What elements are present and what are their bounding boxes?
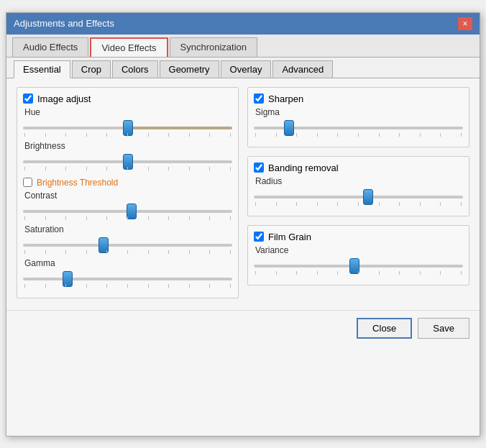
image-adjust-checkbox[interactable] <box>23 93 33 104</box>
close-icon[interactable]: × <box>458 17 472 30</box>
variance-slider[interactable] <box>254 265 463 268</box>
save-button[interactable]: Save <box>418 318 469 339</box>
sigma-slider-row: Sigma <box>254 107 463 138</box>
image-adjust-label: Image adjust <box>37 93 91 104</box>
sharpen-checkbox[interactable] <box>254 93 264 104</box>
sub-tab-essential[interactable]: Essential <box>14 60 70 78</box>
left-panel: Image adjust Hue Brightness <box>17 87 239 301</box>
gamma-label: Gamma <box>23 258 232 268</box>
right-panel: Sharpen Sigma Banding removal <box>247 87 469 301</box>
variance-slider-row: Variance <box>254 245 463 276</box>
tab-video[interactable]: Video Effects <box>90 37 168 57</box>
brightness-threshold-label: Brightness Threshold <box>37 178 118 188</box>
sub-tab-overlay[interactable]: Overlay <box>221 60 272 78</box>
sigma-slider[interactable] <box>254 127 463 129</box>
sharpen-section: Sharpen Sigma <box>247 87 469 147</box>
gamma-slider[interactable] <box>23 278 232 280</box>
hue-label: Hue <box>23 107 232 117</box>
brightness-slider-row: Brightness <box>23 141 232 172</box>
film-grain-label: Film Grain <box>268 232 311 242</box>
saturation-label: Saturation <box>23 224 232 234</box>
brightness-slider[interactable] <box>23 160 232 163</box>
footer: Close Save <box>6 310 480 346</box>
tab-audio[interactable]: Audio Effects <box>12 37 88 57</box>
title-bar: Adjustments and Effects × <box>6 13 480 35</box>
sub-tabs: Essential Crop Colors Geometry Overlay A… <box>6 58 480 78</box>
sub-tab-geometry[interactable]: Geometry <box>160 60 219 78</box>
brightness-label: Brightness <box>23 141 232 151</box>
image-adjust-header: Image adjust <box>23 93 232 104</box>
banding-checkbox[interactable] <box>254 163 264 173</box>
sigma-label: Sigma <box>254 107 463 117</box>
content-area: Image adjust Hue Brightness <box>6 78 480 310</box>
brightness-threshold-row: Brightness Threshold <box>23 175 232 191</box>
banding-section: Banding removal Radius <box>247 156 469 216</box>
radius-label: Radius <box>254 176 463 186</box>
brightness-threshold-checkbox[interactable] <box>23 178 32 187</box>
variance-label: Variance <box>254 245 463 255</box>
saturation-slider-row: Saturation <box>23 224 232 255</box>
film-grain-header: Film Grain <box>254 232 463 242</box>
dialog: Adjustments and Effects × Audio Effects … <box>6 12 480 436</box>
sharpen-label: Sharpen <box>268 93 303 104</box>
contrast-slider-row: Contrast <box>23 191 232 221</box>
close-button[interactable]: Close <box>357 318 412 339</box>
gamma-slider-row: Gamma <box>23 258 232 289</box>
hue-slider[interactable] <box>23 127 232 129</box>
main-tabs: Audio Effects Video Effects Synchronizat… <box>6 35 480 58</box>
dialog-title: Adjustments and Effects <box>14 18 114 29</box>
film-grain-checkbox[interactable] <box>254 232 264 242</box>
contrast-slider[interactable] <box>23 210 232 213</box>
sub-tab-crop[interactable]: Crop <box>72 60 111 78</box>
hue-slider-row: Hue <box>23 107 232 138</box>
banding-header: Banding removal <box>254 163 463 173</box>
sub-tab-colors[interactable]: Colors <box>112 60 158 78</box>
contrast-label: Contrast <box>23 191 232 201</box>
tab-sync[interactable]: Synchronization <box>170 37 258 57</box>
radius-slider-row: Radius <box>254 176 463 207</box>
saturation-slider[interactable] <box>23 244 232 247</box>
radius-slider[interactable] <box>254 196 463 198</box>
image-adjust-section: Image adjust Hue Brightness <box>17 87 239 298</box>
film-grain-section: Film Grain Variance <box>247 225 469 285</box>
sub-tab-advanced[interactable]: Advanced <box>272 60 333 78</box>
banding-label: Banding removal <box>268 163 339 173</box>
sharpen-header: Sharpen <box>254 93 463 104</box>
